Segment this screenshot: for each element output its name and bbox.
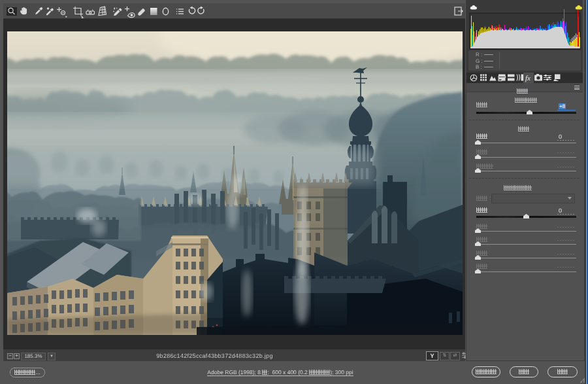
svg-text:fx: fx <box>525 75 531 82</box>
